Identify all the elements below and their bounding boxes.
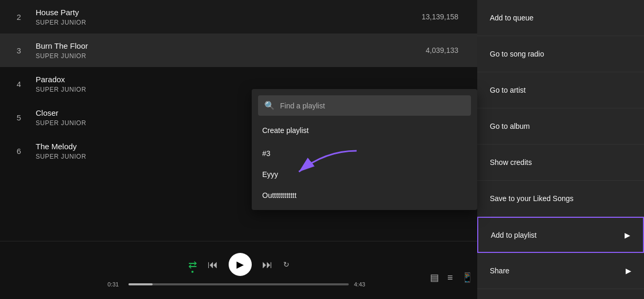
play-button[interactable]: ▶ <box>229 253 252 276</box>
next-button[interactable]: ⏭ <box>262 259 273 271</box>
previous-button[interactable]: ⏮ <box>208 259 218 271</box>
playlist-search-container: 🔍 <box>258 95 471 116</box>
chevron-right-icon: ▶ <box>626 267 631 275</box>
progress-fill <box>128 283 153 285</box>
track-name: Burn The Floor <box>36 41 426 50</box>
context-add-to-queue[interactable]: Add to queue <box>477 0 644 36</box>
track-number: 6 <box>8 147 29 156</box>
track-info: Burn The Floor SUPER JUNIOR <box>36 41 426 60</box>
track-row[interactable]: 2 House Party SUPER JUNIOR 13,139,158 <box>0 0 477 34</box>
context-go-to-album[interactable]: Go to album <box>477 108 644 145</box>
shuffle-button[interactable]: ⇄ <box>188 258 197 271</box>
track-number: 4 <box>8 80 29 88</box>
context-share[interactable]: Share ▶ <box>477 253 644 289</box>
track-number: 5 <box>8 113 29 122</box>
current-time: 0:31 <box>108 281 123 287</box>
devices-icon[interactable]: 📱 <box>461 272 473 283</box>
track-plays: 13,139,158 <box>422 13 458 21</box>
extra-icons: ▤ ≡ 📱 <box>430 272 473 283</box>
context-menu: Add to queue Go to song radio Go to arti… <box>477 0 644 299</box>
playlist-item[interactable]: #3 <box>252 143 477 164</box>
player-bar: ⇄ ⏮ ▶ ⏭ ↻ 0:31 4:43 <box>0 241 477 299</box>
playlist-search-input[interactable] <box>280 102 465 110</box>
progress-bar[interactable] <box>128 283 349 285</box>
create-playlist-button[interactable]: Create playlist <box>252 120 477 141</box>
track-name: Paradox <box>36 75 458 84</box>
progress-row: 0:31 4:43 <box>108 281 370 287</box>
lyrics-icon[interactable]: ≡ <box>447 272 453 283</box>
context-save-liked[interactable]: Save to your Liked Songs <box>477 181 644 217</box>
shuffle-active-dot <box>191 271 194 273</box>
playlist-item[interactable]: Outttttttttttt <box>252 185 477 206</box>
track-artist: SUPER JUNIOR <box>36 19 422 26</box>
player-controls: ⇄ ⏮ ▶ ⏭ ↻ <box>188 253 289 276</box>
track-row[interactable]: 3 Burn The Floor SUPER JUNIOR 4,039,133 <box>0 34 477 67</box>
search-icon: 🔍 <box>264 101 275 110</box>
track-name: House Party <box>36 8 422 17</box>
playlist-item[interactable]: Eyyy <box>252 164 477 185</box>
total-time: 4:43 <box>354 281 370 287</box>
context-go-to-song-radio[interactable]: Go to song radio <box>477 36 644 72</box>
track-info: House Party SUPER JUNIOR <box>36 8 422 26</box>
track-artist: SUPER JUNIOR <box>36 52 426 60</box>
playlist-submenu: 🔍 Create playlist #3 Eyyy Outttttttttttt <box>252 89 477 210</box>
context-show-credits[interactable]: Show credits <box>477 145 644 181</box>
chevron-right-icon: ▶ <box>625 231 630 239</box>
track-number: 3 <box>8 46 29 55</box>
context-go-to-artist[interactable]: Go to artist <box>477 72 644 108</box>
context-add-to-playlist[interactable]: Add to playlist ▶ <box>477 217 644 253</box>
queue-icon[interactable]: ▤ <box>430 272 439 283</box>
track-plays: 4,039,133 <box>426 46 458 54</box>
repeat-button[interactable]: ↻ <box>283 260 289 269</box>
track-number: 2 <box>8 13 29 21</box>
